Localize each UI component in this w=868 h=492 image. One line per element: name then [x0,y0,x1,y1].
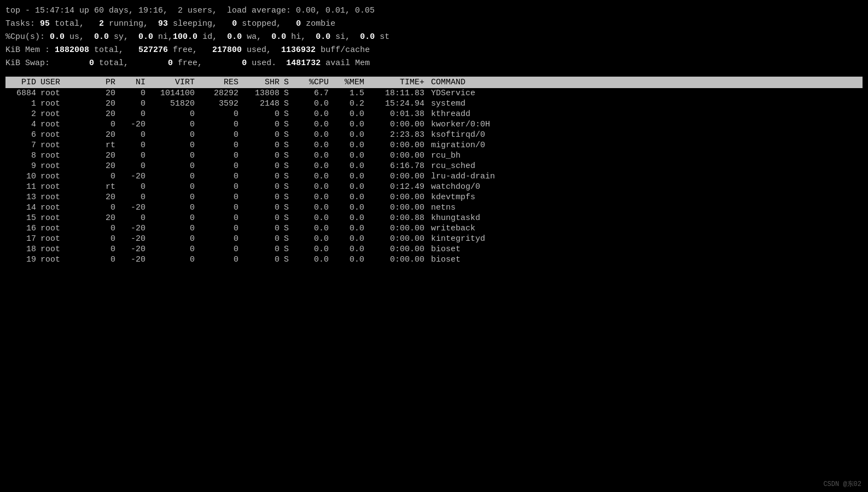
table-row: 4 root 0 -20 0 0 0 S 0.0 0.0 0:00.00 kwo… [5,119,863,130]
cell-cmd: kthreadd [427,109,863,119]
cell-shr: 0 [241,130,282,140]
cell-mem: 0.0 [331,141,366,150]
cell-s: S [282,109,295,119]
cell-pr: 20 [88,193,118,202]
cell-time: 0:00.00 [366,234,427,244]
cell-pid: 14 [5,203,38,212]
cell-virt: 51820 [148,99,197,108]
cell-s: S [282,99,295,108]
cell-user: root [38,120,88,129]
table-row: 9 root 20 0 0 0 0 S 0.0 0.0 6:16.78 rcu_… [5,161,863,171]
cell-mem: 0.2 [331,99,366,108]
col-header-pr: PR [88,78,118,87]
cell-cpu: 0.0 [295,161,331,171]
cell-pid: 16 [5,224,38,233]
tasks-zombie: 0 [296,19,301,28]
cell-s: S [282,89,295,98]
tasks-sleeping: 93 [158,19,168,28]
cell-s: S [282,161,295,171]
cell-user: root [38,161,88,171]
cell-res: 0 [197,161,241,171]
cell-ni: -20 [118,203,148,212]
cell-user: root [38,255,88,264]
cell-cmd: kintegrityd [427,234,863,244]
cell-virt: 1014100 [148,89,197,98]
cell-res: 28292 [197,89,241,98]
cell-s: S [282,213,295,223]
cell-cmd: rcu_bh [427,151,863,160]
cell-mem: 0.0 [331,193,366,202]
cell-pr: 0 [88,203,118,212]
table-body: 6884 root 20 0 1014100 28292 13808 S 6.7… [5,88,863,265]
table-row: 7 root rt 0 0 0 0 S 0.0 0.0 0:00.00 migr… [5,140,863,151]
cell-pr: 0 [88,120,118,129]
cell-shr: 0 [241,193,282,202]
cell-mem: 0.0 [331,109,366,119]
cell-pr: 20 [88,161,118,171]
cell-res: 0 [197,193,241,202]
cell-virt: 0 [148,213,197,223]
cell-pr: rt [88,182,118,192]
cell-mem: 0.0 [331,151,366,160]
table-row: 18 root 0 -20 0 0 0 S 0.0 0.0 0:00.00 bi… [5,244,863,254]
cell-ni: -20 [118,245,148,254]
cell-pid: 2 [5,109,38,119]
cell-cpu: 6.7 [295,89,331,98]
cell-cpu: 0.0 [295,109,331,119]
cell-time: 2:23.83 [366,130,427,140]
cell-s: S [282,182,295,192]
cell-mem: 0.0 [331,213,366,223]
cell-pr: 20 [88,109,118,119]
cell-cpu: 0.0 [295,213,331,223]
cell-res: 0 [197,213,241,223]
tasks-running: 2 [99,19,104,28]
table-row: 16 root 0 -20 0 0 0 S 0.0 0.0 0:00.00 wr… [5,223,863,234]
cell-user: root [38,203,88,212]
cell-time: 18:11.83 [366,89,427,98]
col-header-mem: %MEM [331,78,366,87]
cell-res: 0 [197,130,241,140]
cell-res: 0 [197,224,241,233]
cell-cpu: 0.0 [295,99,331,108]
cell-res: 0 [197,172,241,181]
cell-mem: 0.0 [331,203,366,212]
cell-s: S [282,224,295,233]
cell-ni: -20 [118,255,148,264]
cell-shr: 0 [241,213,282,223]
cell-cmd: kworker/0:0H [427,120,863,129]
header-line5: KiB Swap: 0 total, 0 free, 0 used. 14817… [5,57,863,70]
header-line4: KiB Mem : 1882008 total, 527276 free, 21… [5,44,863,57]
cell-shr: 0 [241,203,282,212]
cell-pid: 10 [5,172,38,181]
cell-virt: 0 [148,172,197,181]
cell-virt: 0 [148,255,197,264]
table-row: 14 root 0 -20 0 0 0 S 0.0 0.0 0:00.00 ne… [5,202,863,213]
col-header-shr: SHR [241,78,282,87]
cell-cmd: rcu_sched [427,161,863,171]
cell-ni: 0 [118,161,148,171]
cell-s: S [282,255,295,264]
cell-pr: 20 [88,151,118,160]
table-row: 11 root rt 0 0 0 0 S 0.0 0.0 0:12.49 wat… [5,182,863,192]
cell-time: 0:00.00 [366,151,427,160]
cell-mem: 0.0 [331,172,366,181]
cell-pr: 0 [88,172,118,181]
cell-virt: 0 [148,161,197,171]
cell-user: root [38,182,88,192]
cell-res: 0 [197,203,241,212]
cell-time: 0:12.49 [366,182,427,192]
cell-time: 0:00.00 [366,120,427,129]
cell-cpu: 0.0 [295,141,331,150]
cell-shr: 2148 [241,99,282,108]
cell-s: S [282,151,295,160]
cell-pid: 9 [5,161,38,171]
table-row: 1 root 20 0 51820 3592 2148 S 0.0 0.2 15… [5,99,863,109]
cell-mem: 0.0 [331,161,366,171]
cell-ni: 0 [118,213,148,223]
cell-shr: 0 [241,151,282,160]
table-row: 8 root 20 0 0 0 0 S 0.0 0.0 0:00.00 rcu_… [5,151,863,161]
cell-mem: 0.0 [331,182,366,192]
cell-cmd: bioset [427,255,863,264]
cell-virt: 0 [148,130,197,140]
col-header-ni: NI [118,78,148,87]
